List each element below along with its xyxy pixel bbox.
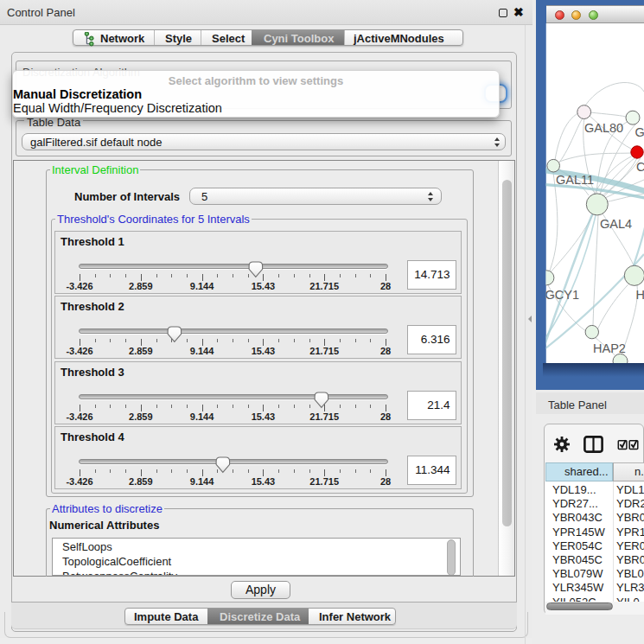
svg-text:GCY1: GCY1 [545, 288, 580, 302]
svg-text:GAL80: GAL80 [584, 121, 623, 135]
svg-text:HAP2: HAP2 [593, 341, 626, 355]
svg-text:GAL: GAL [635, 125, 644, 139]
svg-text:GAL11: GAL11 [556, 173, 594, 187]
svg-text:C: C [636, 160, 644, 174]
svg-text:GAL4: GAL4 [600, 217, 632, 231]
svg-text:H: H [636, 288, 644, 302]
